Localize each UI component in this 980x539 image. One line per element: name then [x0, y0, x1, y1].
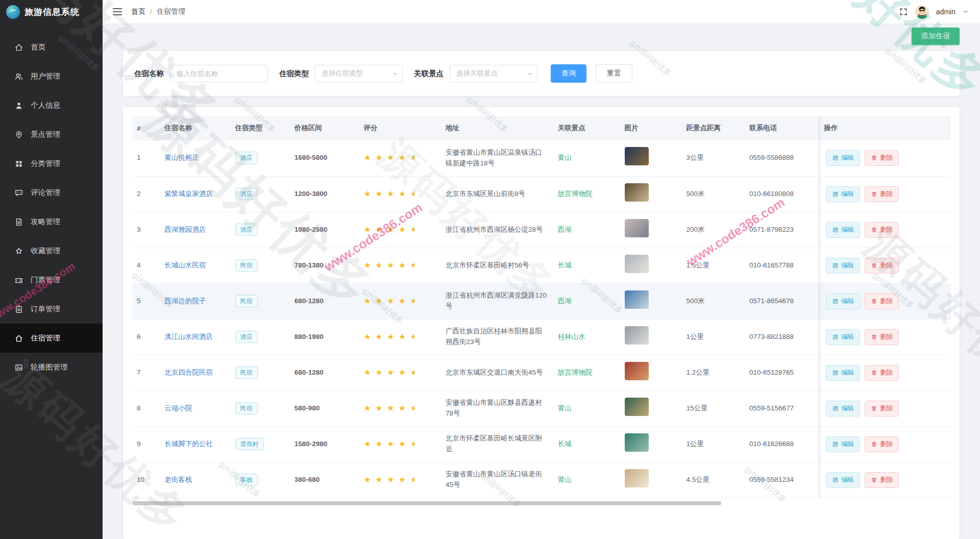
- cell-scenic-wrap: 黄山: [553, 462, 620, 498]
- type-tag: 民宿: [235, 295, 258, 308]
- accommodation-name-link[interactable]: 云端小院: [164, 404, 192, 412]
- cell-distance: 3公里: [681, 140, 744, 176]
- delete-button[interactable]: 删除: [865, 436, 899, 452]
- sidebar-collapse-icon[interactable]: [113, 8, 122, 15]
- edit-button[interactable]: 编辑: [826, 258, 860, 274]
- cell-price: 1680-5800: [289, 140, 359, 176]
- accommodation-name-link[interactable]: 北京四合院民宿: [164, 369, 213, 376]
- accommodation-name-link[interactable]: 紫禁城皇家酒店: [164, 190, 213, 198]
- cell-actions: 编辑删除: [819, 319, 951, 355]
- cell-index: 3: [132, 212, 159, 248]
- scenic-spot-link[interactable]: 故宫博物院: [558, 190, 593, 198]
- app-title: 旅游信息系统: [24, 6, 80, 18]
- cell-price: 1580-2980: [289, 426, 359, 462]
- accommodation-photo[interactable]: [625, 362, 649, 380]
- sidebar-item-user[interactable]: 个人信息: [0, 91, 103, 120]
- accommodation-name-link[interactable]: 西湖雅园酒店: [164, 226, 206, 233]
- accommodation-photo[interactable]: [625, 469, 649, 487]
- accommodation-photo[interactable]: [625, 290, 649, 309]
- cell-index: 5: [132, 283, 159, 319]
- accommodation-photo[interactable]: [625, 326, 649, 345]
- reset-button[interactable]: 重置: [596, 64, 632, 83]
- cell-rating: ★ ★ ★ ★ ★: [358, 390, 440, 426]
- sidebar-item-ticket[interactable]: 门票管理: [0, 265, 103, 295]
- scenic-spot-link[interactable]: 桂林山水: [558, 333, 585, 340]
- delete-button[interactable]: 删除: [865, 222, 899, 238]
- breadcrumb-home[interactable]: 首页: [131, 7, 145, 16]
- scenic-spot-link[interactable]: 长城: [558, 440, 572, 448]
- accommodation-name-link[interactable]: 黄山悦榕庄: [164, 154, 199, 161]
- cell-scenic-wrap: 长城: [553, 248, 620, 283]
- table-row: 6漓江山水间酒店酒店880-1980★ ★ ★ ★ ★广西壮族自治区桂林市阳朔县…: [132, 319, 951, 355]
- accommodation-photo[interactable]: [625, 183, 649, 202]
- delete-button[interactable]: 删除: [865, 186, 899, 202]
- user-menu-caret-icon[interactable]: [963, 9, 969, 15]
- scenic-spot-link[interactable]: 故宫博物院: [558, 369, 593, 376]
- edit-button[interactable]: 编辑: [826, 222, 860, 238]
- edit-button[interactable]: 编辑: [826, 472, 860, 488]
- half-star-icon: ★: [410, 474, 415, 486]
- accommodation-name-link[interactable]: 老街客栈: [164, 476, 192, 483]
- search-button[interactable]: 查询: [551, 64, 586, 83]
- sidebar-item-comment[interactable]: 评论管理: [0, 178, 103, 207]
- accommodation-name-link[interactable]: 西湖边的院子: [164, 297, 206, 305]
- delete-button[interactable]: 删除: [865, 329, 899, 345]
- sidebar-item-users[interactable]: 用户管理: [0, 62, 103, 91]
- delete-button[interactable]: 删除: [865, 150, 899, 166]
- edit-button[interactable]: 编辑: [826, 329, 860, 345]
- cell-image: [620, 355, 681, 390]
- edit-button[interactable]: 编辑: [826, 293, 860, 309]
- sidebar-item-order[interactable]: 订单管理: [0, 295, 103, 324]
- cell-type: 客栈: [230, 462, 289, 498]
- delete-button[interactable]: 删除: [865, 258, 899, 274]
- edit-button[interactable]: 编辑: [826, 150, 860, 166]
- accommodation-photo[interactable]: [625, 255, 649, 273]
- half-star-icon: ★: [410, 438, 415, 451]
- accommodation-name-link[interactable]: 漓江山水间酒店: [164, 333, 213, 340]
- accommodation-photo[interactable]: [625, 219, 649, 237]
- edit-button[interactable]: 编辑: [826, 365, 860, 381]
- sidebar-item-pin[interactable]: 景点管理: [0, 120, 103, 149]
- scenic-spot-link[interactable]: 西湖: [558, 297, 572, 305]
- accommodation-photo[interactable]: [625, 433, 649, 452]
- accommodation-name-link[interactable]: 长城脚下的公社: [164, 440, 213, 448]
- type-tag: 度假村: [235, 438, 264, 451]
- sidebar-item-star[interactable]: 收藏管理: [0, 236, 103, 265]
- scenic-filter-select[interactable]: 选择关联景点: [450, 65, 537, 82]
- scenic-spot-link[interactable]: 西湖: [558, 226, 572, 233]
- edit-button[interactable]: 编辑: [826, 186, 860, 202]
- username[interactable]: admin: [936, 8, 955, 16]
- cell-image: [620, 212, 681, 248]
- cell-actions: 编辑删除: [819, 462, 951, 498]
- scenic-spot-link[interactable]: 黄山: [558, 404, 572, 412]
- half-star-icon: ★: [410, 331, 415, 344]
- cell-actions: 编辑删除: [819, 212, 951, 248]
- scenic-spot-link[interactable]: 黄山: [558, 476, 572, 483]
- accommodation-photo[interactable]: [625, 147, 649, 165]
- scenic-spot-link[interactable]: 长城: [558, 261, 572, 269]
- sidebar-item-doc[interactable]: 攻略管理: [0, 207, 103, 236]
- delete-button[interactable]: 删除: [865, 293, 899, 309]
- edit-button[interactable]: 编辑: [826, 436, 860, 452]
- name-filter-input[interactable]: [170, 65, 268, 82]
- edit-button[interactable]: 编辑: [826, 401, 860, 416]
- cell-actions: 编辑删除: [819, 390, 951, 426]
- horizontal-scrollbar-thumb[interactable]: [133, 501, 721, 505]
- scenic-spot-link[interactable]: 黄山: [558, 154, 572, 161]
- type-filter-select[interactable]: 选择住宿类型: [315, 65, 403, 82]
- accommodation-photo[interactable]: [625, 398, 649, 416]
- sidebar-item-house[interactable]: 住宿管理: [0, 324, 103, 353]
- cell-type: 民宿: [230, 248, 289, 283]
- delete-button[interactable]: 删除: [865, 365, 899, 381]
- sidebar-item-grid[interactable]: 分类管理: [0, 149, 103, 178]
- delete-button[interactable]: 删除: [865, 472, 899, 488]
- sidebar-item-label: 轮播图管理: [31, 362, 68, 372]
- add-accommodation-button[interactable]: 添加住宿: [912, 28, 960, 45]
- delete-button[interactable]: 删除: [865, 401, 899, 416]
- sidebar-item-home[interactable]: 首页: [0, 33, 103, 62]
- type-tag: 酒店: [235, 331, 258, 344]
- accommodation-name-link[interactable]: 长城山水民宿: [164, 261, 206, 269]
- fullscreen-icon[interactable]: [899, 7, 908, 16]
- sidebar-item-image[interactable]: 轮播图管理: [0, 353, 103, 382]
- user-avatar[interactable]: [915, 5, 929, 19]
